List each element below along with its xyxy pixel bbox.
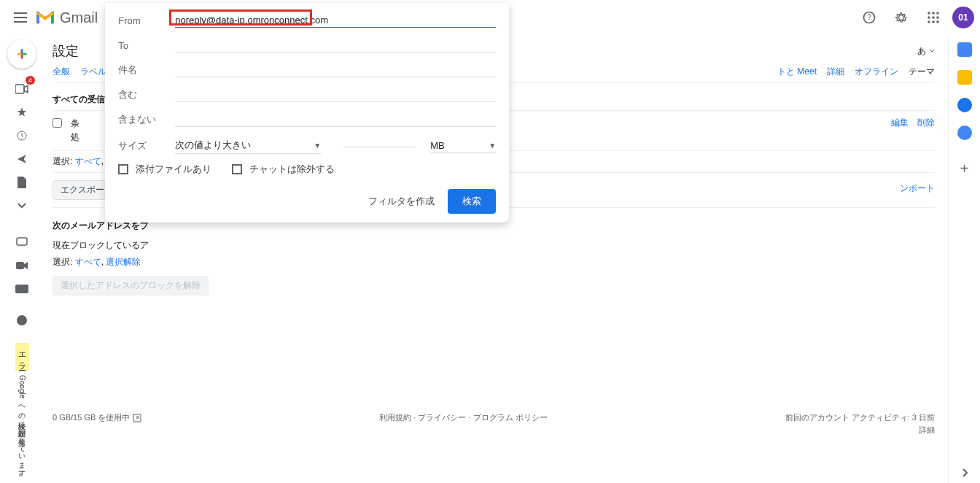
tab-advanced[interactable]: 詳細 [827,66,844,78]
addons-button[interactable]: + [960,161,969,177]
size-value-input[interactable] [343,144,416,147]
svg-rect-15 [15,285,28,293]
import-link[interactable]: ンポート [900,182,935,195]
hamburger-icon [14,12,27,23]
language-select[interactable]: あ [917,45,935,58]
sidebar-item-chat[interactable] [7,232,36,252]
apps-button[interactable] [920,4,946,31]
gmail-icon [35,9,55,26]
chevron-down-icon [18,203,26,209]
keep-icon[interactable] [957,70,972,85]
subject-input[interactable] [175,63,496,77]
sidebar-expand[interactable] [7,196,36,216]
svg-point-9 [932,20,935,23]
svg-point-3 [932,12,935,15]
tab-meet[interactable]: トと Meet [777,66,817,78]
page-title: 設定 [52,42,79,60]
plus-icon [14,46,30,62]
send-icon [16,153,28,165]
main-menu-button[interactable] [6,3,35,32]
has-attachment-checkbox[interactable]: 添付ファイルあり [118,163,211,176]
app-header: Gmail From To 件名 含む [0,0,980,35]
select-row-2: 選択: すべて, 選択解除 [52,252,935,273]
svg-point-7 [936,16,939,19]
tab-offline[interactable]: オフライン [855,66,898,78]
right-sidebar: + [948,35,980,483]
sidebar-item-video[interactable] [7,255,36,276]
svg-rect-13 [17,238,27,245]
activity-text: 前回のアカウント アクティビティ: 3 日前 [785,412,935,423]
chat-icon [16,237,28,247]
from-input[interactable] [175,13,496,28]
google-error-text: Google への接続に問題が発生しています。 [18,375,27,480]
excludes-input[interactable] [175,112,496,127]
policy-link[interactable]: プログラム ポリシー [473,413,548,422]
from-label: From [118,15,175,26]
create-filter-button[interactable]: フィルタを作成 [368,195,435,208]
sidebar-item-starred[interactable] [7,102,36,123]
sidebar-item-drafts[interactable] [7,172,36,193]
unblock-button[interactable]: 選択したアドレスのブロックを解除 [52,276,209,295]
sidebar-item-snoozed[interactable] [7,125,36,146]
exclude-chats-checkbox[interactable]: チャットは除外する [232,163,335,176]
delete-link[interactable]: 削除 [917,117,935,129]
contacts-icon[interactable] [957,125,972,140]
size-label: サイズ [118,139,175,152]
chevron-down-icon [929,49,935,53]
help-icon: ? [862,10,876,25]
svg-point-10 [936,20,939,23]
header-right: ? 01 [856,4,974,31]
settings-button[interactable] [888,4,914,31]
size-operator-select[interactable]: 次の値より大きい ▼ [175,137,321,154]
collapse-right-button[interactable] [962,468,968,477]
checkbox-icon [232,164,242,174]
footer: 0 GB/15 GB を使用中 利用規約 · プライバシー · プログラム ポリ… [52,412,935,437]
storage-text: 0 GB/15 GB を使用中 [52,412,130,423]
select-none-link-2[interactable]: 選択解除 [106,257,141,267]
gmail-label: Gmail [60,9,98,26]
svg-point-16 [17,315,27,325]
edit-link[interactable]: 編集 [891,117,909,129]
includes-label: 含む [118,88,175,101]
gear-icon [894,10,909,25]
search-button[interactable]: 検索 [448,189,496,214]
tab-themes[interactable]: テーマ [909,66,935,78]
camera-icon [16,261,28,270]
chevron-down-icon: ▼ [314,142,321,150]
account-avatar[interactable]: 01 [952,7,974,28]
support-button[interactable]: ? [856,4,882,31]
chevron-down-icon: ▼ [489,142,496,150]
badge: 4 [26,76,35,85]
tab-general[interactable]: 全般 [52,66,70,78]
blocked-line: 現在ブロックしているア [52,239,935,252]
includes-input[interactable] [175,88,496,102]
svg-point-6 [932,16,935,19]
svg-point-8 [928,20,930,23]
details-link[interactable]: 詳細 [785,425,935,436]
star-icon [16,107,28,118]
tasks-icon[interactable] [957,98,972,112]
privacy-link[interactable]: プライバシー [418,413,466,422]
svg-rect-11 [15,85,24,93]
external-link-icon[interactable] [133,414,141,422]
gmail-logo[interactable]: Gmail [35,9,98,26]
compose-button[interactable] [7,39,36,69]
sidebar-item-sent[interactable] [7,149,36,169]
sidebar-item-hangouts[interactable] [7,311,36,331]
to-input[interactable] [175,38,496,53]
calendar-icon[interactable] [957,42,972,57]
tab-labels[interactable]: ラベル [80,66,106,78]
keyboard-icon [15,285,28,293]
subject-label: 件名 [118,63,175,77]
terms-link[interactable]: 利用規約 [379,413,411,422]
filter-checkbox[interactable] [52,118,62,128]
left-sidebar: 4 エラー Google への接続に問題が発生しています。 [0,35,44,483]
select-all-link-2[interactable]: すべて [75,257,101,267]
file-icon [17,177,27,188]
size-unit-select[interactable]: MB ▼ [430,139,496,153]
select-all-link[interactable]: すべて [75,156,101,166]
sidebar-item-meet[interactable]: 4 [7,79,36,99]
svg-point-2 [928,12,930,15]
excludes-label: 含まない [118,113,175,126]
sidebar-item-keyboard[interactable] [7,279,36,299]
